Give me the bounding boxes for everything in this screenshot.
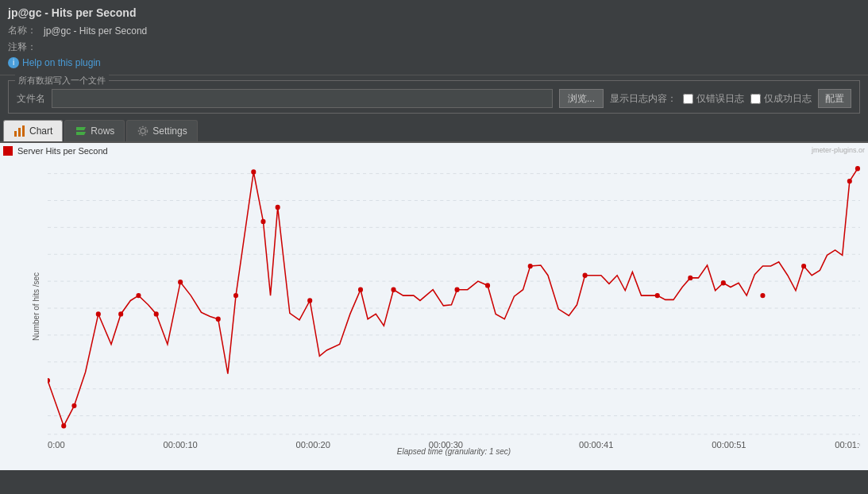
tab-chart-label: Chart bbox=[29, 125, 52, 137]
svg-point-48 bbox=[688, 276, 692, 280]
comment-label: 注释： bbox=[8, 41, 44, 54]
svg-rect-0 bbox=[14, 131, 17, 137]
svg-point-46 bbox=[583, 273, 588, 278]
chart-legend: Server Hits per Second bbox=[3, 146, 108, 156]
svg-point-45 bbox=[528, 264, 533, 268]
svg-point-31 bbox=[118, 311, 123, 316]
error-log-label: 仅错误日志 bbox=[696, 92, 744, 106]
svg-point-29 bbox=[71, 403, 76, 408]
success-log-checkbox[interactable] bbox=[750, 94, 761, 104]
svg-point-27 bbox=[48, 378, 50, 383]
svg-point-28 bbox=[61, 423, 66, 428]
error-log-checkbox[interactable] bbox=[683, 94, 693, 104]
watermark: jmeter-plugins.or bbox=[812, 146, 865, 154]
svg-point-41 bbox=[358, 288, 363, 292]
svg-point-39 bbox=[276, 205, 280, 210]
chart-tab-icon bbox=[14, 125, 26, 137]
chart-line bbox=[48, 168, 860, 426]
settings-tab-icon bbox=[137, 125, 149, 137]
svg-point-3 bbox=[141, 129, 145, 133]
tab-rows[interactable]: Rows bbox=[64, 120, 125, 141]
svg-point-50 bbox=[760, 293, 765, 298]
tab-chart[interactable]: Chart bbox=[3, 120, 63, 141]
file-path-input[interactable] bbox=[52, 89, 553, 108]
svg-point-30 bbox=[96, 311, 101, 316]
name-label: 名称： bbox=[8, 24, 44, 37]
svg-point-53 bbox=[855, 166, 860, 171]
svg-point-37 bbox=[251, 169, 256, 174]
svg-point-49 bbox=[721, 280, 726, 285]
svg-point-51 bbox=[801, 264, 806, 268]
svg-rect-2 bbox=[22, 125, 25, 137]
help-link[interactable]: Help on this plugin bbox=[22, 57, 101, 68]
y-axis-label: Number of hits /sec bbox=[32, 272, 41, 341]
svg-point-42 bbox=[391, 288, 395, 292]
svg-point-40 bbox=[307, 298, 312, 303]
success-log-label: 仅成功日志 bbox=[764, 92, 812, 106]
file-label: 文件名 bbox=[17, 92, 45, 106]
svg-point-52 bbox=[847, 179, 852, 183]
tab-settings[interactable]: Settings bbox=[126, 120, 197, 141]
info-icon: i bbox=[8, 57, 19, 68]
svg-point-44 bbox=[485, 283, 490, 288]
log-content-label: 显示日志内容： bbox=[610, 92, 677, 106]
svg-rect-1 bbox=[18, 128, 21, 137]
svg-point-32 bbox=[136, 293, 141, 298]
svg-point-36 bbox=[233, 293, 238, 298]
svg-point-33 bbox=[154, 311, 159, 316]
browse-button[interactable]: 浏览... bbox=[559, 89, 604, 108]
rows-tab-icon bbox=[75, 125, 87, 137]
page-title: jp@gc - Hits per Second bbox=[8, 6, 860, 19]
config-button[interactable]: 配置 bbox=[818, 89, 851, 108]
svg-point-47 bbox=[655, 293, 660, 298]
svg-point-34 bbox=[178, 280, 183, 284]
svg-point-4 bbox=[139, 127, 148, 136]
tab-settings-label: Settings bbox=[152, 125, 187, 137]
tab-rows-label: Rows bbox=[91, 125, 114, 137]
svg-point-38 bbox=[260, 219, 265, 224]
chart-svg: .grid-line { stroke: #c0c8d0; stroke-wid… bbox=[48, 165, 860, 451]
svg-point-43 bbox=[455, 288, 460, 292]
chart-area: Server Hits per Second jmeter-plugins.or… bbox=[0, 143, 868, 470]
legend-color-box bbox=[3, 146, 13, 156]
file-section-legend: 所有数据写入一个文件 bbox=[15, 75, 109, 87]
name-value: jp@gc - Hits per Second bbox=[44, 25, 147, 37]
svg-point-35 bbox=[216, 317, 221, 322]
legend-label: Server Hits per Second bbox=[17, 146, 108, 156]
x-axis-label: Elapsed time (granularity: 1 sec) bbox=[48, 447, 860, 456]
